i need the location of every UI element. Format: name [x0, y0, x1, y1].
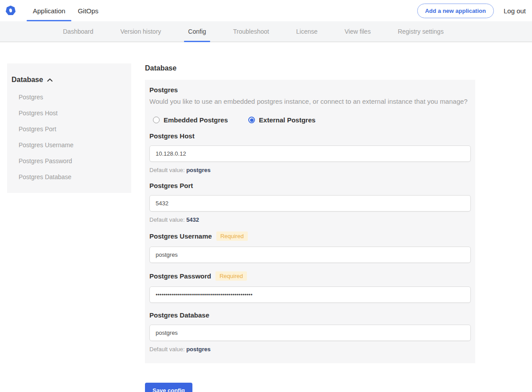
default-value: 5432: [186, 216, 199, 223]
sidebar-item-postgres-host[interactable]: Postgres Host: [12, 105, 127, 121]
subtab-troubleshoot[interactable]: Troubleshoot: [229, 21, 273, 42]
default-value: postgres: [186, 167, 211, 173]
postgres-port-input[interactable]: [149, 195, 471, 212]
chevron-up-icon: [47, 78, 53, 82]
app-logo[interactable]: [5, 0, 16, 21]
postgres-database-label: Postgres Database: [149, 311, 209, 319]
subtab-dashboard[interactable]: Dashboard: [59, 21, 98, 42]
postgres-host-label: Postgres Host: [149, 132, 195, 140]
field-postgres-password: Postgres Password Required: [149, 271, 471, 303]
postgres-database-default: Default value: postgres: [149, 346, 471, 353]
subtab-registry-settings-label: Registry settings: [398, 28, 443, 35]
postgres-port-default: Default value: 5432: [149, 216, 471, 223]
radio-embedded-postgres-label: Embedded Postgres: [164, 116, 228, 124]
config-sidebar: Database Postgres Postgres Host Postgres…: [7, 63, 131, 193]
subtab-registry-settings[interactable]: Registry settings: [394, 21, 447, 42]
sidebar-item-postgres-database[interactable]: Postgres Database: [12, 169, 127, 185]
page-title: Database: [145, 64, 475, 72]
top-nav: Application GitOps Add a new application…: [0, 0, 532, 21]
top-nav-spacer: [105, 0, 417, 21]
replicated-logo-icon: [5, 5, 16, 16]
field-postgres-username: Postgres Username Required: [149, 231, 471, 263]
postgres-host-input[interactable]: [149, 145, 471, 162]
required-badge: Required: [215, 271, 247, 281]
field-postgres-port: Postgres Port Default value: 5432: [149, 182, 471, 223]
sidebar-item-postgres-port[interactable]: Postgres Port: [12, 121, 127, 137]
radio-unchecked-icon[interactable]: [153, 117, 160, 123]
subtab-config[interactable]: Config: [184, 21, 210, 42]
sidebar-item-postgres[interactable]: Postgres: [12, 89, 127, 105]
postgres-port-label: Postgres Port: [149, 182, 193, 189]
postgres-password-input[interactable]: [149, 286, 471, 303]
group-label-postgres: Postgres: [149, 86, 471, 94]
subtab-view-files-label: View files: [344, 28, 371, 35]
logout-button[interactable]: Log out: [504, 7, 526, 15]
default-value: postgres: [186, 346, 211, 353]
required-badge: Required: [216, 231, 248, 241]
tab-application-label: Application: [33, 7, 65, 15]
sidebar-item-postgres-username[interactable]: Postgres Username: [12, 137, 127, 153]
save-row: Save config: [145, 383, 475, 392]
tab-application[interactable]: Application: [27, 0, 71, 21]
postgres-username-input[interactable]: [149, 247, 471, 263]
config-page: Database Postgres Postgres Host Postgres…: [0, 42, 532, 392]
field-postgres-host: Postgres Host Default value: postgres: [149, 132, 471, 173]
save-config-button[interactable]: Save config: [145, 383, 192, 392]
postgres-password-label: Postgres Password: [149, 272, 211, 280]
add-new-application-button[interactable]: Add a new application: [417, 4, 494, 18]
subtab-version-history[interactable]: Version history: [117, 21, 165, 42]
subtab-license[interactable]: License: [292, 21, 321, 42]
radio-embedded-postgres[interactable]: Embedded Postgres: [153, 116, 228, 124]
default-label: Default value:: [149, 346, 185, 353]
subtab-dashboard-label: Dashboard: [63, 28, 94, 35]
subtab-config-label: Config: [188, 28, 206, 35]
postgres-type-radio-group: Embedded Postgres External Postgres: [153, 116, 471, 124]
radio-checked-icon[interactable]: [248, 117, 255, 123]
subtab-troubleshoot-label: Troubleshoot: [233, 28, 269, 35]
postgres-database-input[interactable]: [149, 325, 471, 341]
postgres-username-label: Postgres Username: [149, 232, 212, 240]
postgres-host-default: Default value: postgres: [149, 167, 471, 173]
default-label: Default value:: [149, 216, 185, 223]
radio-external-postgres-label: External Postgres: [259, 116, 316, 124]
radio-external-postgres[interactable]: External Postgres: [248, 116, 316, 124]
sidebar-group-database[interactable]: Database: [12, 76, 127, 84]
subtab-version-history-label: Version history: [121, 28, 161, 35]
subtab-license-label: License: [296, 28, 317, 35]
group-help-text: Would you like to use an embedded postgr…: [149, 98, 471, 105]
subtab-view-files[interactable]: View files: [340, 21, 375, 42]
sidebar-item-postgres-password[interactable]: Postgres Password: [12, 153, 127, 169]
tab-gitops[interactable]: GitOps: [71, 0, 105, 21]
app-sub-nav: Dashboard Version history Config Trouble…: [0, 21, 532, 42]
default-label: Default value:: [149, 167, 185, 173]
field-postgres-database: Postgres Database Default value: postgre…: [149, 311, 471, 353]
tab-gitops-label: GitOps: [78, 7, 98, 15]
config-main: Database Postgres Would you like to use …: [145, 63, 475, 392]
config-group-card: Postgres Would you like to use an embedd…: [145, 80, 475, 363]
sidebar-group-database-label: Database: [12, 76, 43, 84]
